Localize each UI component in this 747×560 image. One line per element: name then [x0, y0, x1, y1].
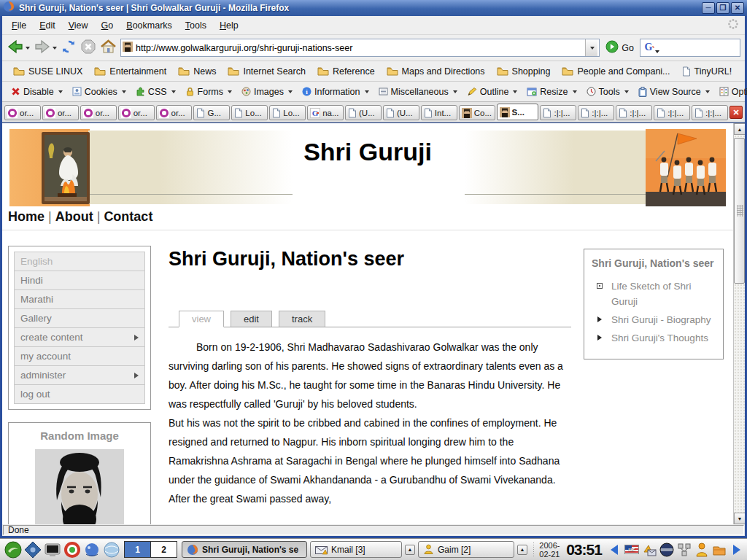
browser-tab-active[interactable]: S...: [497, 104, 539, 120]
browser-tab[interactable]: :|:|...: [616, 105, 652, 120]
browser-tab[interactable]: Co...: [459, 105, 495, 120]
task-button[interactable]: Gaim [2]: [418, 541, 514, 558]
maximize-button[interactable]: ❐: [716, 2, 729, 14]
menu-help[interactable]: Help: [213, 18, 245, 34]
bookmark-item[interactable]: Maps and Directions: [382, 64, 490, 79]
bookmark-item[interactable]: Entertainment: [89, 64, 171, 79]
globe-tray-icon[interactable]: [659, 542, 674, 557]
browser-tab[interactable]: or...: [42, 105, 79, 120]
folder-tray-icon[interactable]: [712, 542, 727, 557]
taskbar-scroll-up-button[interactable]: ▲: [405, 545, 415, 555]
clock-handle[interactable]: [533, 542, 535, 558]
browser-tab[interactable]: (U...: [345, 105, 382, 120]
search-input[interactable]: [660, 43, 747, 53]
desktop-1[interactable]: 1: [124, 541, 151, 558]
browser-tab[interactable]: :|:|...: [654, 105, 690, 120]
topnav-contact[interactable]: Contact: [104, 209, 152, 224]
browser-tab[interactable]: G...: [193, 105, 230, 120]
browser-tab[interactable]: or...: [156, 105, 193, 120]
reload-button[interactable]: [61, 39, 77, 58]
kopete-tray-icon[interactable]: [694, 542, 709, 557]
vertical-scrollbar[interactable]: ▲ ▼: [733, 123, 745, 524]
bookmark-item[interactable]: Shopping: [492, 64, 556, 79]
devbar-options[interactable]: Options: [715, 85, 747, 99]
konqueror-icon[interactable]: [24, 540, 42, 559]
sidebar-item-log-out[interactable]: log out: [14, 384, 145, 404]
sidebar-item-hindi[interactable]: Hindi: [14, 271, 145, 290]
tray-scroll-right-icon[interactable]: [729, 542, 744, 557]
browser-tab[interactable]: or...: [80, 105, 117, 120]
back-button[interactable]: [7, 39, 30, 58]
scroll-up-button[interactable]: ▲: [734, 123, 745, 135]
content-tab-edit[interactable]: edit: [231, 311, 272, 327]
home-button[interactable]: [100, 39, 117, 57]
devbar-outline[interactable]: Outline: [462, 85, 522, 99]
launcher-icon-5[interactable]: [83, 540, 101, 559]
menu-tools[interactable]: Tools: [179, 18, 213, 34]
devbar-forms[interactable]: Forms: [181, 85, 236, 99]
forward-button[interactable]: [34, 39, 57, 58]
bookmark-item[interactable]: Internet Search: [222, 64, 310, 79]
task-button[interactable]: Kmail [3]: [310, 541, 402, 558]
network-tray-icon[interactable]: [677, 542, 692, 557]
url-bar[interactable]: [120, 39, 600, 57]
minimize-button[interactable]: ─: [702, 2, 715, 14]
menu-view[interactable]: View: [62, 18, 95, 34]
taskbar-scroll-up-button[interactable]: ▲: [517, 545, 527, 555]
browser-tab[interactable]: Lo...: [231, 105, 268, 120]
launcher-icon-6[interactable]: [103, 540, 120, 559]
menu-file[interactable]: File: [5, 18, 33, 34]
window-titlebar[interactable]: Shri Guruji, Nation's seer | Shri Golwal…: [0, 0, 747, 16]
search-bar[interactable]: G: [640, 39, 740, 57]
topnav-about[interactable]: About: [55, 209, 93, 224]
topnav-home[interactable]: Home: [8, 209, 44, 224]
scrollbar-thumb[interactable]: [734, 138, 745, 284]
bookmark-item[interactable]: People and Compani...: [557, 64, 675, 79]
content-tab-track[interactable]: track: [279, 311, 325, 327]
clock-applet[interactable]: 2006-02-21 03:51: [530, 541, 605, 559]
bookmark-item[interactable]: SUSE LINUX: [8, 64, 88, 79]
bookmark-item[interactable]: Reference: [312, 64, 380, 79]
menu-go[interactable]: Go: [95, 18, 120, 34]
kmail-tray-icon[interactable]: [642, 542, 657, 557]
browser-tab[interactable]: or...: [118, 105, 155, 120]
devbar-cookies[interactable]: Cookies: [68, 85, 131, 99]
close-button[interactable]: ✕: [731, 2, 744, 14]
sidebar-item-create-content[interactable]: create content: [14, 327, 145, 347]
devbar-information[interactable]: iInformation: [298, 85, 374, 99]
sidebar-item-administer[interactable]: administer: [14, 365, 145, 385]
browser-tab[interactable]: :|:|...: [692, 105, 728, 120]
browser-tab[interactable]: Lo...: [269, 105, 306, 120]
devbar-miscellaneous[interactable]: Miscellaneous: [374, 85, 462, 99]
devbar-disable[interactable]: Disable: [7, 85, 67, 99]
sidebar-item-marathi[interactable]: Marathi: [14, 289, 145, 309]
tray-scroll-left-icon[interactable]: [607, 542, 622, 557]
konsole-icon[interactable]: [44, 540, 61, 559]
devbar-css[interactable]: CSS: [131, 85, 180, 99]
browser-tab[interactable]: Int...: [421, 105, 457, 120]
related-link[interactable]: Shri Guruji - Biography: [592, 312, 716, 327]
menu-edit[interactable]: Edit: [33, 18, 62, 34]
menu-bookmarks[interactable]: Bookmarks: [120, 18, 179, 34]
scroll-down-button[interactable]: ▼: [734, 513, 745, 524]
url-dropdown-button[interactable]: [585, 39, 597, 56]
related-link[interactable]: Life Sketch of Shri Guruji: [592, 279, 716, 309]
desktop-2[interactable]: 2: [150, 541, 177, 558]
google-search-icon[interactable]: G: [643, 41, 654, 55]
keyboard-layout-flag[interactable]: us: [624, 545, 639, 554]
sidebar-item-gallery[interactable]: Gallery: [14, 308, 145, 328]
suse-menu-icon[interactable]: [4, 540, 22, 559]
url-input[interactable]: [136, 43, 582, 53]
bookmark-item[interactable]: TinyURL!: [677, 64, 738, 79]
forward-dropdown-icon[interactable]: [53, 47, 57, 50]
bookmark-item[interactable]: News: [173, 64, 221, 79]
go-button[interactable]: Go: [603, 40, 636, 55]
random-portrait-image[interactable]: [9, 449, 150, 524]
sidebar-item-my-account[interactable]: my account: [14, 346, 145, 366]
browser-tab[interactable]: (U...: [383, 105, 419, 120]
task-button[interactable]: Shri Guruji, Nation's se: [182, 541, 307, 558]
close-tab-button[interactable]: ✕: [729, 106, 743, 119]
browser-tab[interactable]: :|:|...: [578, 105, 614, 120]
devbar-images[interactable]: Images: [237, 85, 297, 99]
browser-tab[interactable]: :|:|...: [540, 105, 576, 120]
